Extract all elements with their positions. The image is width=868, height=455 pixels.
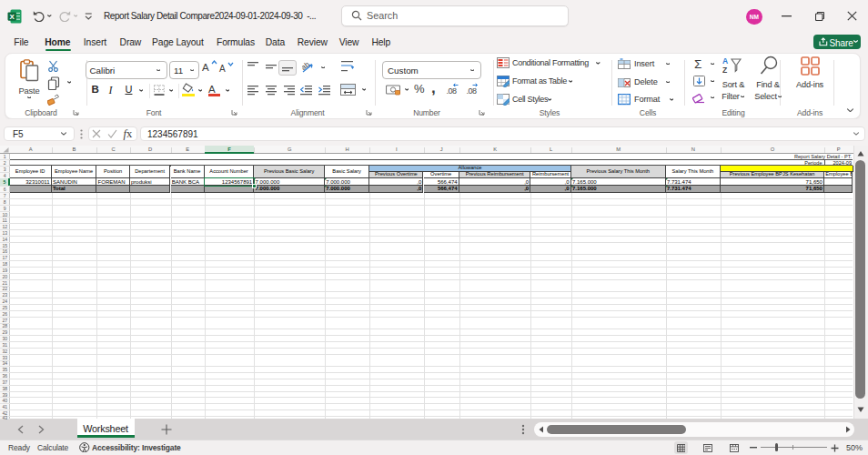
svg-text:A: A (722, 56, 728, 66)
svg-text:Z: Z (722, 66, 727, 75)
svg-text:ab: ab (302, 62, 311, 72)
svg-text:.08: .08 (447, 86, 458, 95)
svg-text:.08: .08 (467, 86, 478, 95)
svg-text:X: X (9, 12, 15, 20)
